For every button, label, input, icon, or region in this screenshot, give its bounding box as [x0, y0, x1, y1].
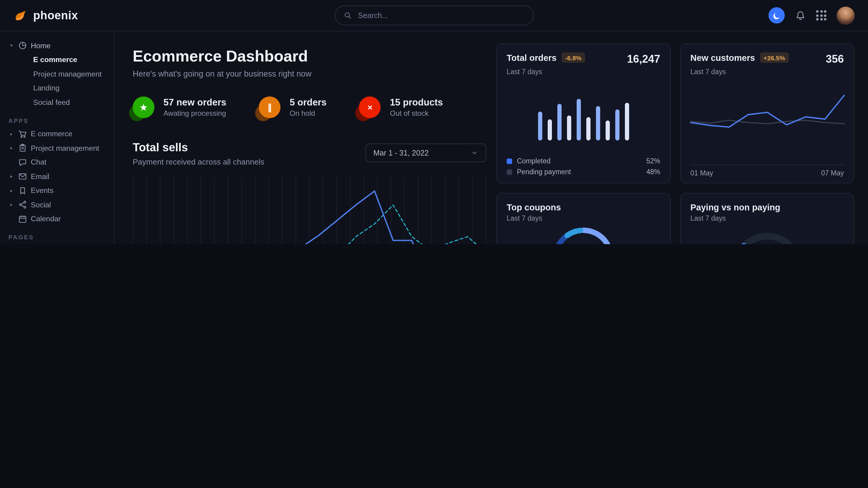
calendar-icon	[18, 215, 27, 224]
search-icon	[343, 11, 351, 19]
sidebar-item-landing[interactable]: Landing	[33, 81, 108, 95]
stat-orders-on-hold: ∥ 5 orders On hold	[259, 96, 327, 118]
bookmark-icon	[18, 186, 27, 195]
total-orders-value: 16,247	[627, 53, 660, 66]
phoenix-logo-icon	[13, 8, 28, 23]
x-tick: 01 May	[690, 169, 713, 176]
sidebar-item-chat[interactable]: ▸ Chat	[8, 155, 108, 169]
main-content: Ecommerce Dashboard Here's what's going …	[115, 31, 868, 244]
stat-value: 57 new orders	[163, 97, 226, 108]
cart-icon	[18, 130, 27, 139]
total-sells-chart-area	[133, 176, 486, 244]
sidebar-item-project-management-app[interactable]: ▸ Project management	[8, 141, 108, 155]
card-period: Last 7 days	[690, 68, 844, 75]
sidebar-item-ecommerce-app[interactable]: ▸ E commerce	[8, 127, 108, 141]
chat-icon	[18, 158, 27, 167]
stat-caption: Awating processing	[163, 109, 226, 118]
top-coupons-chart-area: 72%	[552, 227, 615, 244]
sidebar-item-social-feed[interactable]: Social feed	[33, 95, 108, 109]
sidebar-item-ecommerce[interactable]: E commerce	[33, 53, 108, 67]
card-title: New customers	[690, 53, 755, 63]
sidebar-item-label: Project management	[31, 144, 99, 153]
sidebar-item-email[interactable]: ▸ Email	[8, 169, 108, 184]
app-viewport: phoenix ▾ Home	[0, 0, 868, 244]
sidebar-item-events[interactable]: ▸ Events	[8, 184, 108, 198]
caret-right-icon: ▸	[8, 174, 14, 180]
new-customers-chart	[690, 84, 844, 147]
total-orders-card: Total orders -6.8% 16,247 Last 7 days Co…	[496, 43, 671, 183]
top-coupons-card: Top coupons Last 7 days 72% Percentage d…	[496, 193, 671, 244]
top-navbar: phoenix	[0, 0, 868, 31]
legend-item: Completed 52%	[507, 157, 660, 165]
stat-out-of-stock: × 15 products Out of stock	[359, 96, 443, 118]
new-customers-x-axis: 01 May 07 May	[690, 165, 844, 176]
caret-down-icon: ▾	[8, 43, 14, 48]
date-range-value: Mar 1 - 31, 2022	[373, 149, 429, 157]
paying-gauge-chart	[722, 225, 812, 244]
card-period: Last 7 days	[507, 68, 660, 75]
card-title: Top coupons	[507, 202, 561, 212]
total-sells-chart	[133, 176, 486, 244]
total-sells-subtitle: Payment received across all channels	[133, 157, 264, 166]
sidebar-section-pages: PAGES	[8, 234, 108, 240]
stat-value: 5 orders	[290, 97, 327, 108]
card-period: Last 7 days	[507, 215, 660, 222]
caret-right-icon: ▸	[8, 145, 14, 151]
stat-caption: Out of stock	[390, 109, 443, 118]
total-orders-legend: Completed 52% Pending payment 48%	[507, 154, 660, 175]
share-icon	[18, 200, 27, 209]
stat-value: 15 products	[390, 97, 443, 108]
change-badge: +26.5%	[760, 53, 789, 63]
sidebar-item-starter[interactable]: ▸ Starter	[8, 243, 108, 244]
total-orders-chart	[538, 85, 629, 140]
chevron-down-icon	[470, 149, 478, 157]
total-sells-title: Total sells	[133, 141, 264, 154]
sidebar-item-label: E commerce	[31, 130, 72, 138]
sidebar-item-label: Home	[31, 42, 51, 50]
on-hold-marker-icon: ∥	[259, 96, 281, 118]
search-input[interactable]	[357, 10, 525, 20]
apps-grid-icon[interactable]	[816, 10, 826, 21]
sidebar-item-social[interactable]: ▸ Social	[8, 198, 108, 212]
stat-caption: On hold	[290, 109, 327, 118]
donut-center-label: 72%	[552, 227, 615, 244]
home-children: E commerce Project management Landing So…	[8, 53, 108, 109]
sidebar-item-label: Email	[31, 172, 50, 181]
sidebar-item-calendar[interactable]: ▸ Calendar	[8, 212, 108, 226]
theme-toggle-button[interactable]	[769, 7, 785, 24]
new-customers-card: New customers +26.5% 356 Last 7 days 01 …	[680, 43, 854, 183]
card-title: Total orders	[507, 53, 556, 63]
bell-icon[interactable]	[795, 10, 806, 21]
navbar-actions	[769, 6, 855, 24]
kpi-cards: Total orders -6.8% 16,247 Last 7 days Co…	[496, 31, 854, 244]
date-range-select[interactable]: Mar 1 - 31, 2022	[366, 143, 486, 162]
sidebar-item-label: Social	[31, 201, 51, 209]
out-of-stock-marker-icon: ×	[359, 96, 381, 118]
email-icon	[18, 172, 27, 181]
new-customers-value: 356	[826, 53, 844, 66]
sidebar-item-label: Events	[31, 187, 53, 195]
user-avatar[interactable]	[837, 6, 855, 24]
pie-chart-icon	[18, 41, 27, 50]
sidebar-item-home[interactable]: ▾ Home	[8, 39, 108, 53]
moon-icon	[772, 11, 781, 20]
caret-right-icon: ▸	[8, 131, 14, 137]
brand-name: phoenix	[33, 9, 78, 22]
caret-right-icon: ▸	[8, 202, 14, 208]
x-tick: 07 May	[821, 169, 844, 176]
clipboard-icon	[18, 144, 27, 153]
navbar-search[interactable]	[335, 5, 533, 25]
card-title: Paying vs non paying	[690, 202, 780, 212]
sidebar: ▾ Home E commerce Project management Lan…	[0, 31, 115, 244]
stats-row: ★ 57 new orders Awating processing ∥	[133, 96, 486, 118]
change-badge: -6.8%	[561, 53, 585, 63]
page-title: Ecommerce Dashboard	[133, 47, 486, 66]
page-subtitle: Here's what's going on at your business …	[133, 69, 486, 78]
legend-item: Pending payment 48%	[507, 168, 660, 175]
caret-right-icon: ▸	[8, 188, 14, 194]
sidebar-item-label: Calendar	[31, 215, 61, 223]
brand-logo[interactable]: phoenix	[13, 8, 78, 23]
stat-new-orders: ★ 57 new orders Awating processing	[133, 96, 226, 118]
sidebar-section-apps: APPS	[8, 117, 108, 124]
sidebar-item-project-management[interactable]: Project management	[33, 67, 108, 81]
